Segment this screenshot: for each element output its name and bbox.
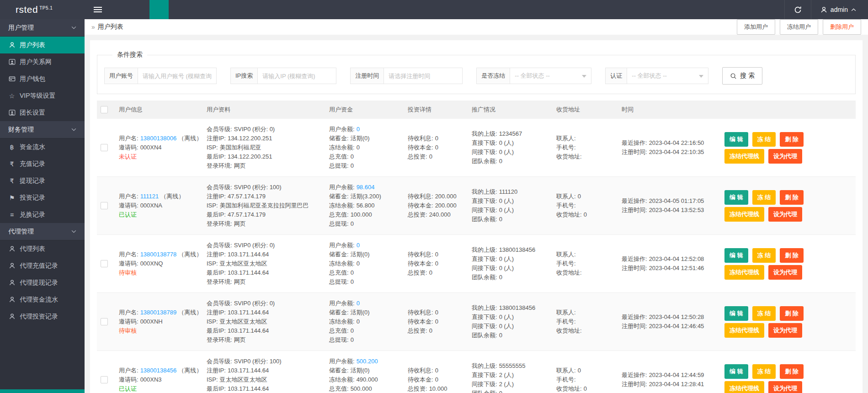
sidebar-item-label: 团长设置	[20, 109, 45, 117]
app-logo: rsted TP5.1	[0, 0, 85, 19]
menu-collapse-button[interactable]	[85, 0, 111, 19]
sidebar-item-label: 代理列表	[20, 245, 45, 253]
freeze-agent-line-button[interactable]: 冻结代理线	[724, 381, 764, 393]
sidebar-item[interactable]: 代理资金流水	[0, 291, 85, 308]
balance-link[interactable]: 0	[357, 126, 360, 133]
frozen-filter-select[interactable]: -- 全部状态 --	[510, 68, 591, 84]
delete-user-button[interactable]: 删除用户	[823, 19, 861, 35]
table-row: 用户名:13800138006（离线） 邀请码:000XN4 未认证 会员等级:…	[97, 119, 856, 177]
navbar-item[interactable]	[149, 0, 169, 19]
flag-icon: ⚑	[8, 194, 16, 202]
col-header-address: 收货地址	[553, 101, 618, 119]
freeze-agent-line-button[interactable]: 冻结代理线	[724, 265, 764, 280]
auth-status-badge: 未认证	[119, 152, 199, 161]
sidebar-item[interactable]: 代理提现记录	[0, 274, 85, 291]
rupee-icon: ₹	[8, 177, 16, 185]
delete-button[interactable]: 删 除	[780, 306, 804, 321]
row-checkbox[interactable]	[101, 144, 108, 151]
set-agent-button[interactable]: 设为代理	[768, 323, 802, 338]
regtime-search-input[interactable]	[384, 68, 463, 84]
sidebar-item[interactable]: ₹ 充值记录	[0, 155, 85, 172]
search-button[interactable]: 搜 索	[722, 67, 762, 85]
set-agent-button[interactable]: 设为代理	[768, 381, 802, 393]
freeze-user-button[interactable]: 冻结用户	[780, 19, 818, 35]
freeze-button[interactable]: 冻 结	[752, 190, 776, 205]
user-icon	[820, 6, 827, 13]
edit-button[interactable]: 编 辑	[724, 190, 748, 205]
navbar-item[interactable]	[169, 0, 188, 19]
freeze-agent-line-button[interactable]: 冻结代理线	[724, 149, 764, 164]
account-search-input[interactable]	[138, 68, 217, 84]
freeze-button[interactable]: 冻 结	[752, 248, 776, 263]
navbar-item[interactable]	[226, 0, 245, 19]
navbar-item[interactable]	[111, 0, 130, 19]
sidebar-section-header[interactable]: 财务管理	[0, 121, 85, 138]
navbar-item[interactable]	[207, 0, 226, 19]
sidebar-item[interactable]: ☆ VIP等级设置	[0, 87, 85, 104]
edit-button[interactable]: 编 辑	[724, 306, 748, 321]
sidebar-item[interactable]: ฿ 资金流水	[0, 138, 85, 155]
select-all-checkbox[interactable]	[101, 106, 108, 113]
refresh-button[interactable]	[784, 0, 811, 19]
username-link[interactable]: 13800138006	[140, 135, 177, 142]
sidebar-item[interactable]: 代理列表	[0, 240, 85, 257]
search-panel-title: 条件搜索	[112, 51, 147, 59]
username-link[interactable]: 13800138789	[140, 309, 177, 316]
balance-link[interactable]: 500.200	[357, 358, 378, 365]
freeze-button[interactable]: 冻 结	[752, 364, 776, 379]
username-link[interactable]: 111121	[140, 193, 159, 200]
delete-button[interactable]: 删 除	[780, 248, 804, 263]
set-agent-button[interactable]: 设为代理	[768, 265, 802, 280]
row-checkbox[interactable]	[101, 202, 108, 209]
navbar-item[interactable]	[188, 0, 207, 19]
sidebar-item[interactable]: ⚑ 投资记录	[0, 189, 85, 206]
row-checkbox[interactable]	[101, 376, 108, 383]
admin-menu[interactable]: admin	[811, 0, 868, 19]
set-agent-button[interactable]: 设为代理	[768, 207, 802, 222]
delete-button[interactable]: 删 除	[780, 364, 804, 379]
sidebar-section-header[interactable]: 用户管理	[0, 19, 85, 37]
auth-filter-select[interactable]: -- 全部状态 --	[627, 68, 708, 84]
row-checkbox[interactable]	[101, 260, 108, 267]
sidebar-item[interactable]: ₹ 提现记录	[0, 172, 85, 189]
row-checkbox[interactable]	[101, 318, 108, 325]
freeze-agent-line-button[interactable]: 冻结代理线	[724, 323, 764, 338]
sidebar-item[interactable]: 团长设置	[0, 104, 85, 121]
username-link[interactable]: 13800138456	[140, 367, 177, 374]
content-card: 条件搜索 用户账号 IP搜索 注册时间 是否冻结	[90, 40, 863, 393]
auth-status-badge: 待审核	[119, 326, 199, 335]
balance-link[interactable]: 98.604	[357, 184, 375, 191]
user-table: 用户信息 用户资料 用户资金 投资详情 推广情况 收货地址 时间 用户名:138…	[97, 101, 856, 393]
sidebar-item[interactable]: 代理充值记录	[0, 257, 85, 274]
sidebar-item[interactable]: ≡ 兑换记录	[0, 206, 85, 223]
sidebar-section-header[interactable]: 代理管理	[0, 223, 85, 240]
delete-button[interactable]: 删 除	[780, 190, 804, 205]
freeze-button[interactable]: 冻 结	[752, 132, 776, 147]
edit-button[interactable]: 编 辑	[724, 248, 748, 263]
username-link[interactable]: 13800138778	[140, 251, 177, 258]
delete-button[interactable]: 删 除	[780, 132, 804, 147]
sidebar-item-label: 兑换记录	[20, 211, 45, 219]
freeze-agent-line-button[interactable]: 冻结代理线	[724, 207, 764, 222]
sidebar-item[interactable]: 用户钱包	[0, 70, 85, 87]
sidebar-partial-item[interactable]	[0, 389, 85, 393]
sidebar-item[interactable]: 用户列表	[0, 37, 85, 53]
sidebar-item-label: 代理充值记录	[20, 262, 58, 270]
edit-button[interactable]: 编 辑	[724, 132, 748, 147]
sidebar-item[interactable]: 代理投资记录	[0, 308, 85, 325]
ip-search-input[interactable]	[258, 68, 336, 84]
sidebar-item[interactable]: 用户关系网	[0, 53, 85, 70]
online-status: （离线）	[178, 135, 199, 142]
add-user-button[interactable]: 添加用户	[737, 19, 775, 35]
set-agent-button[interactable]: 设为代理	[768, 149, 802, 164]
rupee-icon: ₹	[8, 160, 16, 168]
balance-link[interactable]: 0	[357, 300, 360, 307]
balance-link[interactable]: 0	[357, 242, 360, 249]
edit-button[interactable]: 编 辑	[724, 364, 748, 379]
sidebar-item-label: 代理投资记录	[20, 313, 58, 321]
navbar-item[interactable]	[130, 0, 149, 19]
sidebar-section-label: 代理管理	[8, 228, 34, 236]
online-status: （离线）	[160, 193, 184, 200]
freeze-button[interactable]: 冻 结	[752, 306, 776, 321]
chevron-down-icon	[71, 128, 76, 131]
